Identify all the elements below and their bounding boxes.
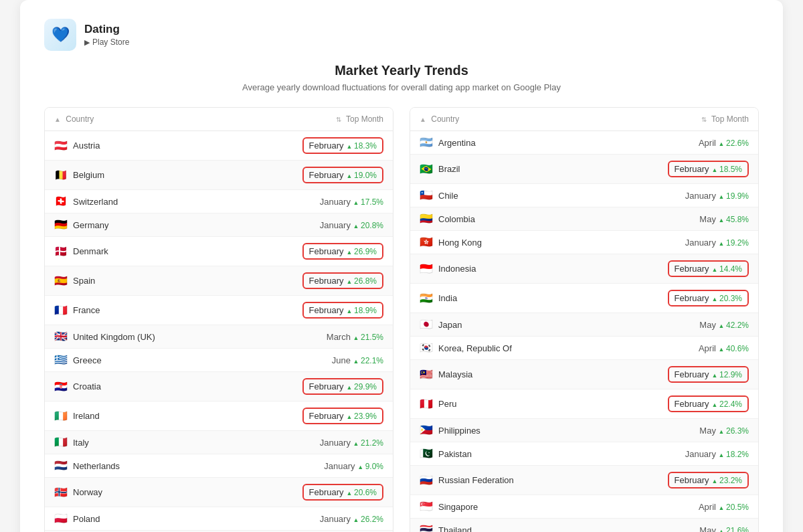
country-name: Poland [73,514,100,524]
pct-value: 20.3% [712,294,742,303]
right-table-section: ▲ Country ⇅ Top Month 🇦🇷ArgentinaApril 2… [410,107,759,532]
month-label: June [332,355,351,365]
month-cell: February 26.8% [234,266,393,296]
pct-value: 45.8% [719,215,749,224]
country-cell: 🇨🇭Switzerland [45,190,234,213]
highlighted-month: February 18.9% [302,302,383,319]
app-icon: 💙 [44,19,76,51]
month-cell: February 29.9% [234,372,393,402]
highlighted-month: February 12.9% [668,366,749,383]
table-row: 🇩🇪GermanyJanuary 20.8% [45,213,393,237]
right-col1-header[interactable]: ▲ Country [410,108,595,131]
flag-icon: 🇭🇷 [54,381,68,392]
highlighted-month: February 26.9% [302,243,383,260]
month-label: January [320,438,351,448]
country-name: Peru [438,399,456,409]
month-cell: January 19.9% [595,184,758,207]
pct-value: 18.5% [712,165,742,174]
highlighted-month: February 18.3% [302,137,383,154]
table-row: 🇧🇷BrazilFebruary 18.5% [410,155,758,184]
month-cell: February 22.4% [595,389,758,419]
right-col2-header[interactable]: ⇅ Top Month [595,108,758,131]
country-cell: 🇭🇰Hong Kong [410,231,595,254]
sort-icon-right-col2: ⇅ [701,116,707,123]
table-row: 🇵🇪PeruFebruary 22.4% [410,389,758,419]
pct-value: 14.4% [712,264,742,274]
country-cell: 🇨🇴Colombia [410,207,595,231]
country-name: Denmark [73,246,108,256]
flag-icon: 🇮🇩 [420,264,433,274]
month-label: February [309,246,344,256]
month-label: February [675,164,709,174]
country-cell: 🇩🇪Germany [45,213,234,237]
month-cell: January 19.2% [595,231,758,254]
table-row: 🇬🇷GreeceJune 22.1% [45,349,393,372]
pct-value: 22.6% [719,139,749,148]
month-label: February [309,487,344,497]
country-name: Austria [73,141,100,151]
pct-value: 22.4% [712,400,742,409]
right-table: ▲ Country ⇅ Top Month 🇦🇷ArgentinaApril 2… [410,108,758,532]
country-cell: 🇷🇺Russian Federation [410,466,595,495]
country-cell: 🇬🇷Greece [45,349,234,372]
highlighted-month: February 23.2% [668,472,749,489]
table-row: 🇫🇷FranceFebruary 18.9% [45,296,393,325]
table-row: 🇭🇰Hong KongJanuary 19.2% [410,231,758,254]
country-name: Netherlands [73,461,120,471]
table-row: 🇩🇰DenmarkFebruary 26.9% [45,237,393,266]
country-name: Philippines [438,426,480,436]
app-name: Dating [84,23,129,36]
month-cell: May 42.2% [595,313,758,337]
sort-icon-right-col1: ▲ [420,116,426,123]
table-row: 🇨🇴ColombiaMay 45.8% [410,207,758,231]
country-name: Pakistan [438,449,472,459]
month-label: February [309,141,344,151]
table-row: 🇧🇪BelgiumFebruary 19.0% [45,161,393,190]
flag-icon: 🇸🇬 [420,501,433,512]
month-label: February [309,411,344,421]
month-label: January [324,461,355,471]
pct-value: 22.1% [353,356,383,365]
country-cell: 🇦🇹Austria [45,131,234,161]
pct-value: 17.5% [353,197,383,207]
pct-value: 20.8% [353,221,383,230]
month-label: January [320,197,351,207]
highlighted-month: February 19.0% [302,167,383,183]
month-cell: January 17.5% [234,190,393,213]
highlighted-month: February 26.8% [302,272,383,289]
table-row: 🇪🇸SpainFebruary 26.8% [45,266,393,296]
table-row: 🇵🇱PolandJanuary 26.2% [45,507,393,531]
left-col2-header[interactable]: ⇅ Top Month [234,108,393,131]
month-label: May [699,426,716,436]
country-name: Korea, Republic Of [438,343,512,353]
month-label: May [699,525,716,533]
table-row: 🇨🇱ChileJanuary 19.9% [410,184,758,207]
pct-value: 19.0% [347,171,377,180]
table-row: 🇵🇭PhilippinesMay 26.3% [410,419,758,442]
month-cell: February 18.5% [595,155,758,184]
pct-value: 18.9% [347,306,377,315]
flag-icon: 🇮🇪 [54,411,68,422]
table-row: 🇹🇭ThailandMay 21.6% [410,519,758,533]
flag-icon: 🇪🇸 [54,276,68,286]
flag-icon: 🇩🇰 [54,246,68,257]
month-cell: January 18.2% [595,442,758,466]
flag-icon: 🇷🇺 [420,475,433,486]
left-col1-header[interactable]: ▲ Country [45,108,234,131]
left-table-section: ▲ Country ⇅ Top Month 🇦🇹AustriaFebruary … [44,107,393,532]
flag-icon: 🇰🇷 [420,343,433,353]
country-name: Belgium [73,170,104,180]
table-row: 🇰🇷Korea, Republic OfApril 40.6% [410,337,758,360]
play-store-badge: ▶ Play Store [84,37,129,47]
country-name: Singapore [438,502,478,512]
flag-icon: 🇬🇷 [54,355,68,365]
country-name: Colombia [438,214,475,224]
pct-value: 19.2% [719,238,749,248]
flag-icon: 🇫🇷 [54,305,68,316]
month-cell: February 19.0% [234,161,393,190]
table-row: 🇲🇾MalaysiaFebruary 12.9% [410,360,758,389]
country-cell: 🇯🇵Japan [410,313,595,337]
play-store-label: Play Store [92,37,129,47]
month-cell: January 21.2% [234,431,393,454]
highlighted-month: February 14.4% [668,260,749,277]
